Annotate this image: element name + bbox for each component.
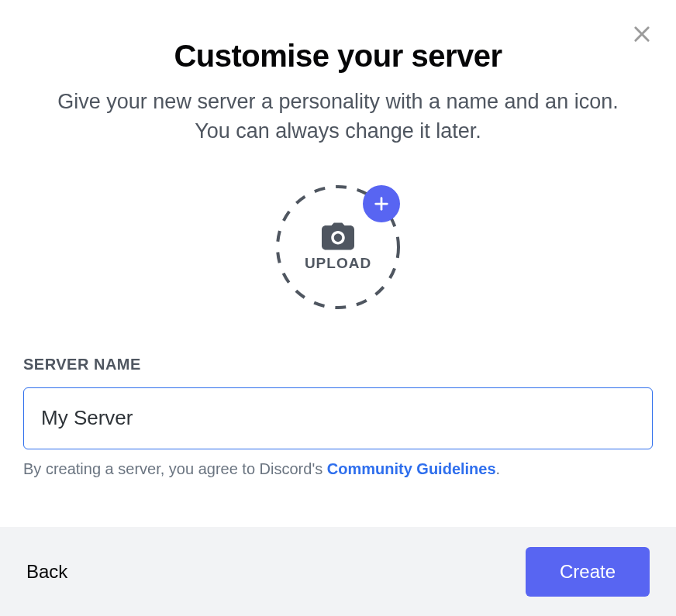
- server-name-input[interactable]: [23, 387, 653, 449]
- back-button[interactable]: Back: [26, 561, 67, 583]
- close-button[interactable]: [629, 22, 654, 46]
- modal-subtitle: Give your new server a personality with …: [51, 88, 625, 146]
- guidelines-prefix: By creating a server, you agree to Disco…: [23, 460, 327, 477]
- modal-footer: Back Create: [0, 527, 676, 616]
- close-icon: [631, 23, 653, 45]
- create-button[interactable]: Create: [526, 547, 650, 597]
- server-name-label: SERVER NAME: [23, 356, 653, 373]
- guidelines-text: By creating a server, you agree to Disco…: [23, 460, 653, 478]
- plus-badge: [363, 185, 400, 222]
- upload-icon-area[interactable]: UPLOAD: [276, 185, 400, 309]
- guidelines-suffix: .: [496, 460, 501, 477]
- plus-icon: [373, 195, 390, 212]
- community-guidelines-link[interactable]: Community Guidelines: [327, 460, 496, 477]
- modal-title: Customise your server: [174, 39, 502, 74]
